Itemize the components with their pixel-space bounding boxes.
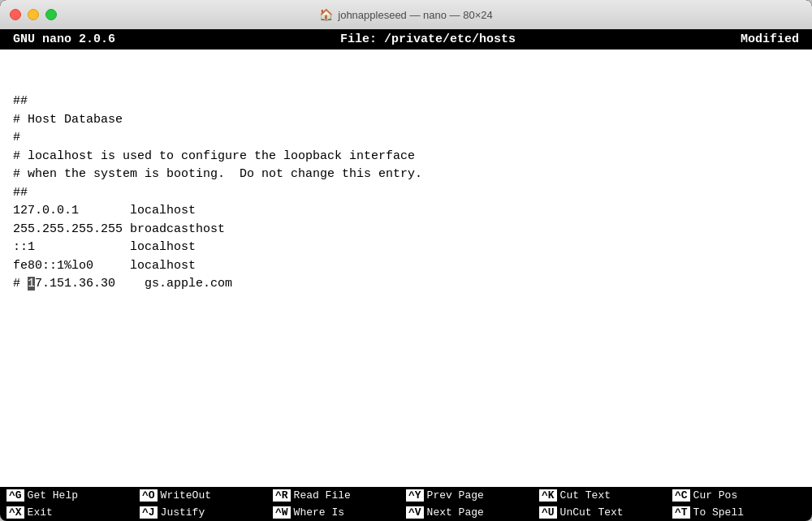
nano-modified: Modified — [741, 32, 799, 46]
close-button[interactable] — [10, 9, 21, 20]
shortcut-key-g: ^G — [6, 489, 24, 502]
editor-line-10: ::1 localhost — [13, 240, 196, 254]
nano-container: GNU nano 2.0.6 File: /private/etc/hosts … — [0, 29, 812, 521]
shortcut-key-x: ^X — [6, 506, 24, 519]
editor-line-12: # 17.151.36.30 gs.apple.com — [13, 277, 232, 291]
shortcut-label-exit: Exit — [28, 506, 53, 519]
maximize-button[interactable] — [45, 9, 57, 20]
footer-item-cur-pos[interactable]: ^C Cur Pos — [672, 489, 806, 502]
footer-row-1: ^G Get Help ^O WriteOut ^R Read File ^Y … — [0, 487, 812, 504]
shortcut-label-prev-page: Prev Page — [427, 489, 484, 502]
footer-item-writeout[interactable]: ^O WriteOut — [140, 489, 273, 502]
shortcut-key-k: ^K — [539, 489, 557, 502]
nano-header: GNU nano 2.0.6 File: /private/etc/hosts … — [0, 29, 812, 50]
traffic-lights — [10, 9, 57, 20]
editor-line-4: # — [13, 131, 20, 144]
titlebar: 🏠 johnappleseed — nano — 80×24 — [0, 0, 812, 29]
titlebar-title: johnappleseed — nano — 80×24 — [338, 9, 492, 21]
footer-item-justify[interactable]: ^J Justify — [140, 506, 273, 519]
minimize-button[interactable] — [28, 9, 39, 20]
nano-editor[interactable]: ## # Host Database # # localhost is used… — [0, 50, 812, 487]
shortcut-key-t: ^T — [672, 506, 690, 519]
nano-file: File: /private/etc/hosts — [340, 32, 516, 46]
shortcut-label-cur-pos: Cur Pos — [693, 489, 738, 502]
shortcut-label-next-page: Next Page — [427, 506, 484, 519]
editor-line-9: 255.255.255.255 broadcasthost — [13, 222, 225, 236]
shortcut-label-read-file: Read File — [294, 489, 351, 502]
shortcut-key-w: ^W — [273, 506, 291, 519]
footer-row-2: ^X Exit ^J Justify ^W Where Is ^V Next P… — [0, 504, 812, 521]
footer-item-to-spell[interactable]: ^T To Spell — [672, 506, 806, 519]
titlebar-text: 🏠 johnappleseed — nano — 80×24 — [319, 8, 492, 21]
shortcut-key-r: ^R — [273, 489, 291, 502]
footer-item-get-help[interactable]: ^G Get Help — [6, 489, 140, 502]
editor-line-3: # Host Database — [13, 113, 123, 127]
shortcut-key-u: ^U — [539, 506, 557, 519]
terminal-window: 🏠 johnappleseed — nano — 80×24 GNU nano … — [0, 0, 812, 521]
shortcut-label-get-help: Get Help — [28, 489, 78, 502]
footer-item-prev-page[interactable]: ^Y Prev Page — [406, 489, 539, 502]
shortcut-key-v: ^V — [406, 506, 424, 519]
editor-line-6: # when the system is booting. Do not cha… — [13, 167, 422, 181]
shortcut-label-uncut-text: UnCut Text — [560, 506, 624, 519]
editor-line-7: ## — [13, 186, 28, 200]
home-icon: 🏠 — [319, 8, 333, 21]
shortcut-key-j: ^J — [140, 506, 158, 519]
footer-item-read-file[interactable]: ^R Read File — [273, 489, 406, 502]
nano-footer: ^G Get Help ^O WriteOut ^R Read File ^Y … — [0, 487, 812, 521]
editor-line-11: fe80::1%lo0 localhost — [13, 259, 196, 273]
editor-line-8: 127.0.0.1 localhost — [13, 204, 196, 217]
shortcut-key-y: ^Y — [406, 489, 424, 502]
shortcut-label-justify: Justify — [161, 506, 205, 519]
footer-item-cut-text[interactable]: ^K Cut Text — [539, 489, 672, 502]
footer-item-uncut-text[interactable]: ^U UnCut Text — [539, 506, 672, 519]
footer-item-next-page[interactable]: ^V Next Page — [406, 506, 539, 519]
footer-item-where-is[interactable]: ^W Where Is — [273, 506, 406, 519]
shortcut-key-c: ^C — [672, 489, 690, 502]
editor-line-5: # localhost is used to configure the loo… — [13, 149, 415, 163]
shortcut-label-writeout: WriteOut — [161, 489, 211, 502]
shortcut-label-cut-text: Cut Text — [560, 489, 611, 502]
nano-version: GNU nano 2.0.6 — [13, 32, 115, 46]
shortcut-label-to-spell: To Spell — [693, 506, 744, 519]
editor-line-2: ## — [13, 94, 28, 108]
shortcut-key-o: ^O — [140, 489, 158, 502]
footer-item-exit[interactable]: ^X Exit — [6, 506, 140, 519]
shortcut-label-where-is: Where Is — [294, 506, 344, 519]
